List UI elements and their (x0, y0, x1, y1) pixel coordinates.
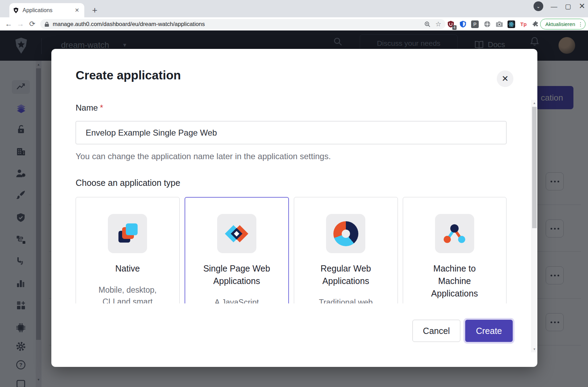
modal-scrollbar-thumb[interactable] (532, 107, 537, 228)
card-single-page-web[interactable]: Single Page Web Applications A JavaScrip… (185, 197, 289, 303)
p-extension-label: P (473, 22, 476, 27)
tampermonkey-label: Tp (520, 21, 527, 27)
cancel-button[interactable]: Cancel (412, 320, 460, 342)
modal-scrollbar[interactable]: ▲ ▼ (531, 100, 537, 352)
tampermonkey-extension-icon[interactable]: Tp (520, 20, 527, 28)
p-extension-icon[interactable]: P (471, 20, 479, 28)
browser-window: Applications ✕ + ⌄ — ▢ ✕ ← → ⟳ manage.au… (0, 0, 588, 387)
modal-close-button[interactable]: ✕ (497, 70, 513, 87)
card-title: Regular Web Applications (306, 262, 386, 287)
tab-title: Applications (23, 7, 73, 14)
extensions-puzzle-icon[interactable] (532, 20, 539, 28)
native-icon (108, 214, 147, 253)
create-application-modal: Create application ✕ Name* You can chang… (51, 49, 537, 367)
card-regular-web[interactable]: Regular Web Applications Traditional web (294, 197, 398, 303)
bookmark-star-icon[interactable]: ☆ (435, 20, 441, 28)
modal-title: Create application (76, 68, 181, 82)
card-native[interactable]: Native Mobile, desktop, CLI and smart (76, 197, 180, 303)
update-button-label: Aktualisieren (545, 21, 575, 27)
window-close-button[interactable]: ✕ (579, 2, 585, 10)
name-label: Name (76, 103, 98, 112)
window-maximize-button[interactable]: ▢ (565, 3, 571, 10)
camera-extension-icon[interactable] (495, 20, 503, 28)
m2m-icon (435, 214, 474, 253)
card-title: Machine to Machine Applications (428, 262, 481, 300)
card-description: A JavaScript (214, 296, 259, 303)
choose-type-label: Choose an application type (76, 178, 180, 188)
window-minimize-button[interactable]: — (551, 3, 557, 10)
create-button[interactable]: Create (465, 320, 513, 342)
forward-icon[interactable]: → (15, 20, 26, 28)
spa-icon (217, 214, 256, 253)
zoom-page-icon[interactable] (424, 21, 431, 27)
bitwarden-extension-icon[interactable] (459, 20, 467, 28)
crosshair-extension-icon[interactable] (483, 20, 491, 28)
ublock-extension-icon[interactable]: 4 (447, 20, 454, 28)
application-type-cards: Native Mobile, desktop, CLI and smart Si… (76, 197, 506, 303)
back-icon[interactable]: ← (3, 20, 15, 28)
create-button-label: Create (476, 326, 502, 336)
application-name-input[interactable] (76, 121, 506, 144)
browser-toolbar: ← → ⟳ manage.auth0.com/dashboard/eu/drea… (0, 17, 588, 31)
scroll-up-icon[interactable]: ▲ (532, 101, 537, 105)
regular-web-icon (326, 214, 365, 253)
react-devtools-extension-icon[interactable] (508, 20, 515, 28)
browser-tab-strip: Applications ✕ + ⌄ — ▢ ✕ (0, 0, 588, 17)
browser-update-button[interactable]: Aktualisieren ⋮ (540, 19, 586, 29)
cancel-button-label: Cancel (423, 326, 450, 336)
card-description: Mobile, desktop, CLI and smart (96, 284, 159, 303)
card-title: Native (115, 262, 140, 275)
ublock-badge: 4 (452, 25, 457, 30)
scroll-down-icon[interactable]: ▼ (532, 347, 537, 351)
new-tab-button[interactable]: + (90, 5, 100, 15)
address-bar[interactable]: manage.auth0.com/dashboard/eu/dream-watc… (40, 19, 445, 29)
url-text: manage.auth0.com/dashboard/eu/dream-watc… (53, 21, 424, 27)
auth0-favicon (13, 7, 19, 14)
reload-icon[interactable]: ⟳ (26, 20, 38, 28)
lock-icon (44, 22, 49, 27)
card-title: Single Page Web Applications (196, 262, 277, 287)
tab-close-icon[interactable]: ✕ (73, 7, 81, 14)
required-marker: * (100, 103, 103, 112)
browser-menu-icon[interactable]: ⋮ (578, 21, 583, 27)
name-helper-text: You can change the application name late… (76, 152, 331, 161)
browser-update-icon[interactable]: ⌄ (534, 1, 543, 11)
browser-tab[interactable]: Applications ✕ (9, 3, 84, 17)
card-machine-to-machine[interactable]: Machine to Machine Applications (403, 197, 507, 303)
card-description: Traditional web (319, 296, 373, 303)
